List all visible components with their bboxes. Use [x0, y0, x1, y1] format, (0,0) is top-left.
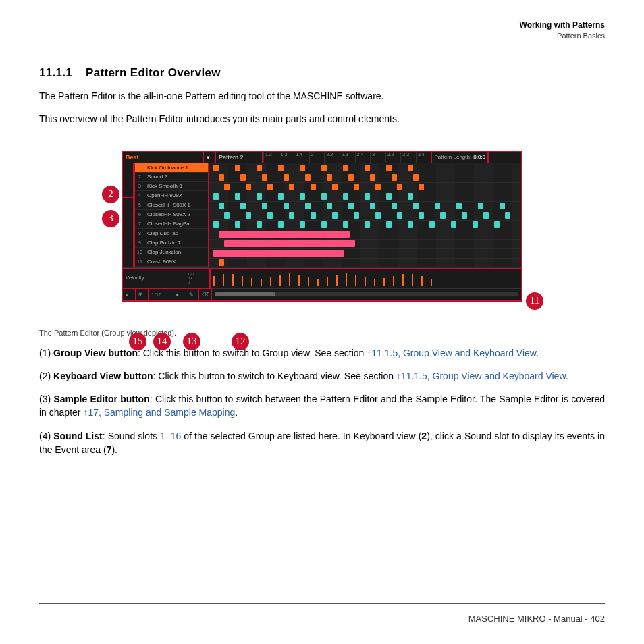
xref-link[interactable]: ↑11.1.5, Group View and Keyboard View [396, 371, 566, 381]
item-1: (1) Group View button: Click this button… [39, 346, 605, 360]
sound-slot[interactable]: 9Clap Bodzin 1 [135, 238, 208, 248]
pencil-tool[interactable]: ✎ [186, 288, 199, 300]
pattern-editor-screenshot: Beat ▾ Pattern 2 1.21.31.4 22.22.3 2.433… [122, 151, 522, 302]
sound-slot[interactable]: 2Sound 2 [135, 173, 208, 182]
callout-2: 2 [102, 186, 119, 203]
item-4: (4) Sound List: Sound slots 1–16 of the … [39, 429, 605, 457]
intro-paragraph-2: This overview of the Pattern Editor intr… [39, 112, 605, 126]
horizontal-scrollbar[interactable] [215, 292, 518, 296]
pattern-selector[interactable]: Pattern 2 [215, 151, 263, 163]
callout-3: 3 [102, 210, 119, 227]
grid-value[interactable]: 1/16 [148, 288, 173, 300]
figure-caption: The Pattern Editor (Group view depicted)… [39, 329, 605, 337]
timeline-ruler[interactable]: 1.21.31.4 22.22.3 2.433.2 3.33.4 [263, 151, 431, 163]
velocity-label: Velocity 127630 [122, 268, 210, 288]
section-heading: 11.1.1Pattern Editor Overview [39, 66, 605, 80]
page-footer: MASCHINE MIKRO - Manual - 402 [39, 603, 605, 624]
callout-15: 15 [129, 333, 146, 350]
item-2: (2) Keyboard View button: Click this but… [39, 369, 605, 383]
sound-slot[interactable]: 6ClosedHH 909X 2 [135, 210, 208, 219]
pointer-tool[interactable]: ▸ [173, 288, 186, 300]
pattern-length[interactable]: Pattern Length: 8:0:0 [431, 151, 488, 163]
sound-slot[interactable]: 1Kick Ordinance 1 [135, 163, 208, 173]
event-area[interactable] [209, 163, 522, 267]
sound-slot[interactable]: 7ClosedHH BagBap [135, 219, 208, 229]
sample-editor-button[interactable] [122, 232, 134, 267]
page-header: Working with Patterns Pattern Basics [39, 20, 605, 47]
pattern-editor-figure: 1 5 6 8 9 10 2 3 4 7 11 15 14 13 12 Beat… [99, 151, 545, 302]
sound-slot[interactable]: 10Clap Junkzion [135, 248, 208, 257]
chapter-title: Working with Patterns [39, 20, 605, 30]
sound-slot[interactable]: 11Crash 909X [135, 257, 208, 267]
item-3: (3) Sample Editor button: Click this but… [39, 392, 605, 420]
sound-slot[interactable]: 3Kick Smooth 3 [135, 182, 208, 191]
erase-tool[interactable]: ⌫ [198, 288, 212, 300]
sound-slot[interactable]: 5ClosedHH 909X 1 [135, 200, 208, 210]
callout-12: 12 [232, 333, 249, 350]
callout-14: 14 [153, 333, 171, 350]
header-tools[interactable] [488, 151, 522, 163]
keyboard-view-button[interactable] [122, 197, 134, 232]
sound-list[interactable]: 1Kick Ordinance 12Sound 23Kick Smooth 34… [134, 163, 209, 267]
beat-label[interactable]: Beat [122, 151, 203, 163]
callout-11: 11 [526, 292, 543, 310]
footer-btn-1[interactable]: ▴ [122, 288, 136, 300]
group-view-button[interactable] [122, 163, 134, 198]
sound-slot[interactable]: 4OpenHH 909X [135, 191, 208, 200]
sound-slot[interactable]: 8Clap DubTao [135, 229, 208, 238]
chapter-subtitle: Pattern Basics [39, 32, 605, 40]
footer-btn-2[interactable]: ⊞ [135, 288, 149, 300]
xref-link[interactable]: ↑11.1.5, Group View and Keyboard View [367, 348, 536, 358]
xref-link[interactable]: ↑17, Sampling and Sample Mapping [83, 407, 235, 418]
callout-13: 13 [183, 333, 200, 350]
velocity-lane[interactable] [210, 268, 522, 288]
intro-paragraph-1: The Pattern Editor is the all-in-one Pat… [39, 89, 605, 103]
